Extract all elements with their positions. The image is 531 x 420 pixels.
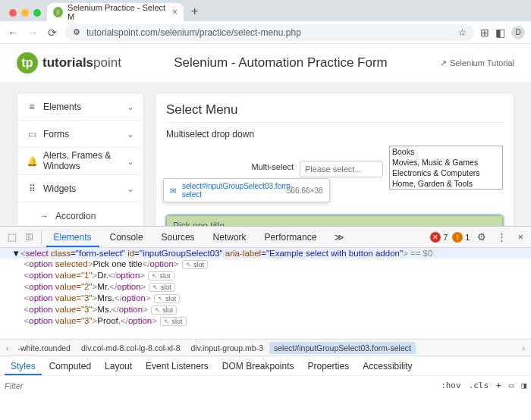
- widgets-icon: ⠿: [27, 183, 37, 194]
- error-count[interactable]: ✕7: [430, 232, 448, 243]
- multiselect-listbox[interactable]: Books Movies, Music & Games Electronics …: [389, 146, 503, 190]
- close-window-icon[interactable]: [9, 9, 17, 17]
- sidebar-item-widgets[interactable]: ⠿Widgets ⌄: [17, 175, 143, 202]
- list-item[interactable]: Electronics & Computers: [390, 168, 502, 178]
- dom-line[interactable]: <option value="3">Proof.</option>slot: [0, 315, 531, 327]
- computed-toggle-icon[interactable]: ▭: [509, 381, 514, 390]
- tab-sources[interactable]: Sources: [154, 227, 203, 247]
- tab-properties[interactable]: Properties: [302, 357, 356, 375]
- list-item[interactable]: Books: [390, 146, 502, 157]
- address-bar[interactable]: ⚙ tutorialspoint.com/selenium/practice/s…: [65, 24, 474, 41]
- dock-icon[interactable]: ◨: [521, 381, 526, 390]
- new-style-button[interactable]: +: [496, 381, 501, 390]
- styles-tabbar: Styles Computed Layout Event Listeners D…: [0, 356, 531, 375]
- chevron-down-icon: ⌄: [127, 129, 134, 139]
- close-icon[interactable]: ×: [514, 231, 526, 243]
- tooltip-dimensions: 566.66×38: [287, 186, 323, 195]
- profile-avatar[interactable]: D: [511, 26, 525, 39]
- sidebar-item-alerts[interactable]: 🔔Alerts, Frames & Windows ⌄: [17, 148, 143, 175]
- dom-breadcrumb[interactable]: ‹ -white.rounded div.col-md-8.col-lg-8.c…: [0, 339, 531, 356]
- hov-toggle[interactable]: :hov: [441, 381, 461, 390]
- sidebar-item-forms[interactable]: ▭Forms ⌄: [17, 121, 143, 148]
- breadcrumb-item[interactable]: div.input-group.mb-3: [186, 342, 268, 354]
- tab-computed[interactable]: Computed: [43, 357, 97, 375]
- tab-title: Selenium Practice - Select M: [68, 3, 168, 21]
- multiselect-label: Multi-select: [251, 162, 294, 171]
- forward-button[interactable]: →: [26, 27, 39, 39]
- bell-icon: 🔔: [27, 156, 37, 167]
- select-value: Pick one title: [173, 221, 225, 226]
- tab-performance[interactable]: Performance: [257, 227, 325, 247]
- dropdown-label: Multiselect drop down: [166, 129, 503, 139]
- window-traffic-lights: [6, 9, 47, 21]
- brand-text: tutorialspoint: [42, 55, 121, 71]
- menu-icon: ≡: [27, 102, 37, 112]
- inspect-icon[interactable]: ⬚: [5, 231, 20, 243]
- chevron-down-icon: ⌄: [127, 102, 134, 112]
- tab-console[interactable]: Console: [102, 227, 151, 247]
- tab-styles[interactable]: Styles: [5, 357, 42, 375]
- cls-toggle[interactable]: .cls: [469, 381, 489, 390]
- list-item[interactable]: Home, Garden & Tools: [390, 178, 502, 189]
- content-panel: Select Menu Multiselect drop down Multi-…: [155, 92, 514, 226]
- extensions-icon[interactable]: ⊞: [480, 27, 489, 39]
- dom-line[interactable]: <option value="2">Mr.</option>slot: [0, 281, 531, 293]
- kebab-menu-icon[interactable]: ⋮: [494, 231, 510, 243]
- sidebar-item-elements[interactable]: ≡Elements ⌄: [17, 93, 143, 121]
- form-icon: ▭: [27, 129, 37, 139]
- breadcrumb-right-icon[interactable]: ›: [520, 343, 529, 353]
- breadcrumb-item[interactable]: -white.rounded: [14, 342, 75, 354]
- page-viewport: tp tutorialspoint Selenium - Automation …: [0, 44, 531, 226]
- url-text: tutorialspoint.com/selenium/practice/sel…: [86, 27, 301, 38]
- tooltip-selector: select#inputGroupSelect03.form-select: [182, 182, 281, 199]
- chevron-down-icon: ⌄: [489, 221, 496, 226]
- dom-line[interactable]: <option value="1">Dr.</option>slot: [0, 270, 531, 281]
- sidepanel-icon[interactable]: ◧: [495, 27, 505, 39]
- mail-icon: ✉: [170, 186, 176, 195]
- multiselect-input[interactable]: [300, 161, 383, 177]
- tab-dom-breakpoints[interactable]: DOM Breakpoints: [216, 357, 300, 375]
- maximize-window-icon[interactable]: [33, 9, 41, 17]
- dom-selected-line[interactable]: ▼<select class="form-select" id="inputGr…: [0, 248, 531, 259]
- bookmark-icon[interactable]: ☆: [458, 27, 467, 38]
- back-button[interactable]: ←: [6, 27, 20, 39]
- tab-elements[interactable]: Elements: [46, 227, 99, 247]
- devtools-panel: ⬚ �⃞ Elements Console Sources Network Pe…: [0, 226, 531, 395]
- brand-mark-icon: tp: [17, 52, 38, 74]
- sidebar-subitem-accordion[interactable]: →Accordion: [17, 202, 143, 226]
- new-tab-button[interactable]: +: [184, 5, 206, 21]
- list-item[interactable]: Movies, Music & Games: [390, 157, 502, 168]
- tab-more[interactable]: ≫: [327, 227, 352, 247]
- reload-button[interactable]: ⟳: [46, 27, 59, 39]
- settings-icon[interactable]: ⚙: [474, 231, 489, 243]
- title-select[interactable]: Pick one title ⌄: [166, 215, 503, 226]
- sidebar-menu: ≡Elements ⌄ ▭Forms ⌄ 🔔Alerts, Frames & W…: [17, 92, 144, 226]
- dom-line[interactable]: <option value="3">Ms.</option>slot: [0, 304, 531, 315]
- filter-input[interactable]: [5, 381, 433, 390]
- device-toggle-icon[interactable]: �⃞: [23, 231, 36, 243]
- dom-line[interactable]: <option selected>Pick one title</option>…: [0, 259, 531, 270]
- browser-tab[interactable]: t Selenium Practice - Select M ×: [47, 3, 184, 21]
- brand-logo[interactable]: tp tutorialspoint: [17, 52, 121, 74]
- warning-count[interactable]: !1: [452, 232, 470, 243]
- tutorial-link[interactable]: ↗ Selenium Tutorial: [440, 58, 514, 68]
- inspector-tooltip: ✉ select#inputGroupSelect03.form-select …: [163, 178, 330, 202]
- chevron-down-icon: ⌄: [127, 156, 134, 167]
- tab-layout[interactable]: Layout: [99, 357, 138, 375]
- close-tab-icon[interactable]: ×: [172, 7, 178, 17]
- tab-accessibility[interactable]: Accessibility: [357, 357, 418, 375]
- external-link-icon: ↗: [440, 58, 447, 68]
- site-info-icon[interactable]: ⚙: [73, 27, 80, 37]
- breadcrumb-left-icon[interactable]: ‹: [3, 343, 12, 353]
- breadcrumb-item[interactable]: div.col-md-8.col-lg-8.col-xl-8: [77, 342, 185, 354]
- devtools-tabbar: ⬚ �⃞ Elements Console Sources Network Pe…: [0, 227, 531, 248]
- minimize-window-icon[interactable]: [21, 9, 29, 17]
- breadcrumb-item-active[interactable]: select#inputGroupSelect03.form-select: [269, 342, 416, 354]
- tab-event-listeners[interactable]: Event Listeners: [140, 357, 215, 375]
- tab-network[interactable]: Network: [206, 227, 254, 247]
- browser-toolbar: ← → ⟳ ⚙ tutorialspoint.com/selenium/prac…: [0, 21, 531, 44]
- dom-line[interactable]: <option value="3">Mrs.</option>slot: [0, 293, 531, 304]
- page-title: Selenium - Automation Practice Form: [137, 55, 425, 71]
- styles-filter-row: :hov .cls + ▭ ◨: [0, 375, 531, 395]
- dom-tree[interactable]: ▼<select class="form-select" id="inputGr…: [0, 248, 531, 339]
